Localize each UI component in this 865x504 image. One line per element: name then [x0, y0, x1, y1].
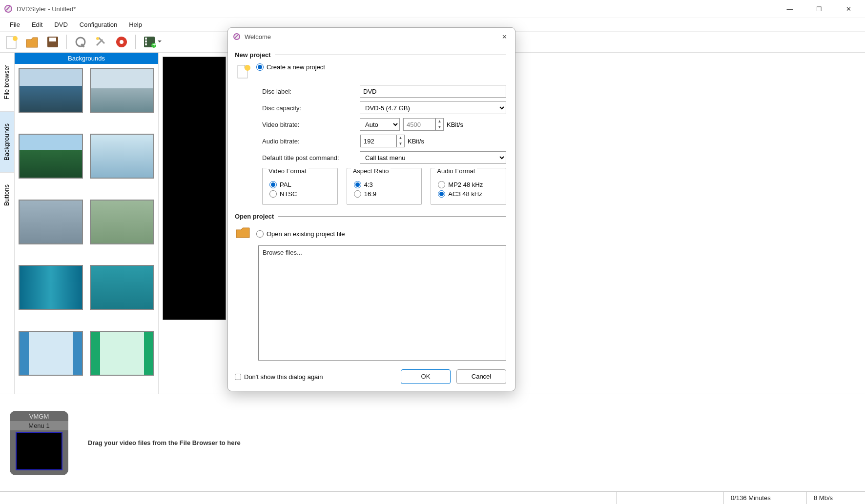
video-bitrate-spinner[interactable]: ▲▼	[403, 118, 444, 131]
minimize-button[interactable]: —	[781, 5, 799, 13]
spin-up-icon[interactable]: ▲	[436, 119, 443, 124]
create-project-label: Create a new project	[267, 63, 325, 71]
status-bitrate: 8 Mb/s	[806, 492, 865, 504]
pal-radio[interactable]: PAL	[269, 181, 330, 188]
aspect-169-radio[interactable]: 16:9	[354, 190, 415, 198]
svg-point-18	[245, 65, 250, 71]
spin-down-icon[interactable]: ▼	[436, 124, 443, 130]
audio-format-group: Audio Format MP2 48 kHz AC3 48 kHz	[431, 168, 506, 205]
menu-configuration[interactable]: Configuration	[74, 19, 123, 30]
menu-help[interactable]: Help	[123, 19, 148, 30]
new-project-button[interactable]	[3, 33, 21, 51]
timeline: VMGM Menu 1 Drag your video files from t…	[0, 394, 865, 491]
aspect-ratio-group: Aspect Ratio 4:3 16:9	[347, 168, 422, 205]
save-button[interactable]	[44, 33, 62, 51]
side-tabs: File browser Backgrounds Buttons	[0, 53, 15, 394]
background-thumb[interactable]	[90, 331, 154, 376]
background-thumb[interactable]	[90, 68, 154, 113]
background-thumb[interactable]	[90, 265, 154, 310]
disc-label-input[interactable]	[360, 85, 506, 98]
window-title: DVDStyler - Untitled*	[17, 5, 76, 13]
vmgm-label: VMGM	[14, 413, 64, 420]
svg-text:+: +	[152, 41, 156, 48]
dialog-icon	[233, 33, 241, 40]
tab-buttons[interactable]: Buttons	[0, 172, 14, 218]
menu-canvas[interactable]	[163, 57, 226, 320]
ntsc-radio[interactable]: NTSC	[269, 190, 330, 198]
mp2-radio[interactable]: MP2 48 kHz	[438, 181, 499, 188]
svg-point-9	[120, 40, 124, 44]
kbit-unit: KBit/s	[447, 121, 463, 128]
add-title-button[interactable]: +	[141, 33, 163, 51]
ac3-radio[interactable]: AC3 48 kHz	[438, 190, 499, 198]
browse-files-list[interactable]: Browse files...	[258, 245, 506, 361]
menu-thumb[interactable]	[16, 432, 62, 470]
post-command-select[interactable]: Call last menu	[360, 151, 506, 164]
tab-label: Backgrounds	[3, 123, 10, 161]
titlebar: DVDStyler - Untitled* — ☐ ✕	[0, 0, 865, 18]
post-command-lab: Default title post command:	[262, 154, 360, 161]
maximize-button[interactable]: ☐	[810, 5, 828, 13]
background-thumb[interactable]	[19, 134, 83, 179]
menu-file[interactable]: File	[4, 19, 26, 30]
audio-bitrate-spinner[interactable]: ▲▼	[360, 135, 405, 147]
new-document-icon	[235, 63, 252, 81]
toolbar-separator	[66, 35, 67, 49]
toolbar-separator	[135, 35, 136, 49]
cancel-button[interactable]: Cancel	[456, 369, 506, 384]
spin-down-icon[interactable]: ▼	[397, 141, 404, 147]
create-project-radio[interactable]: Create a new project	[256, 63, 325, 71]
audio-bitrate-lab: Audio bitrate:	[262, 138, 360, 145]
video-bitrate-input[interactable]	[403, 118, 435, 131]
burn-button[interactable]	[113, 33, 130, 51]
background-thumb[interactable]	[90, 200, 154, 244]
audio-bitrate-input[interactable]	[360, 135, 396, 147]
background-thumb[interactable]	[90, 134, 154, 179]
disc-label-lab: Disc label:	[262, 88, 360, 95]
panel-header: Backgrounds	[15, 53, 158, 64]
menu-dvd[interactable]: DVD	[48, 19, 73, 30]
tab-file-browser[interactable]: File browser	[0, 53, 14, 111]
svg-rect-11	[145, 38, 147, 40]
kbit-unit: KBit/s	[408, 138, 424, 145]
dont-show-checkbox[interactable]: Don't show this dialog again	[235, 373, 323, 381]
backgrounds-panel: Backgrounds	[15, 53, 159, 394]
dont-show-label: Don't show this dialog again	[244, 373, 323, 381]
app-icon	[4, 4, 13, 13]
tools-button[interactable]	[92, 33, 110, 51]
close-button[interactable]: ✕	[840, 5, 857, 13]
open-project-button[interactable]	[23, 33, 41, 51]
video-format-legend: Video Format	[267, 167, 309, 175]
dialog-close-button[interactable]: ✕	[498, 33, 510, 40]
aspect-43-radio[interactable]: 4:3	[354, 181, 415, 188]
svg-point-2	[13, 36, 18, 41]
status-minutes: 0/136 Minutes	[723, 492, 806, 504]
open-project-radio[interactable]: Open an existing project file	[256, 230, 345, 238]
status-blank	[616, 492, 723, 504]
background-thumb[interactable]	[19, 200, 83, 244]
svg-rect-13	[145, 43, 147, 45]
dialog-title: Welcome	[245, 33, 271, 40]
settings-button[interactable]	[72, 33, 89, 51]
svg-rect-12	[145, 40, 147, 42]
video-bitrate-mode-select[interactable]: Auto	[360, 118, 400, 131]
menu-edit[interactable]: Edit	[26, 19, 48, 30]
spin-up-icon[interactable]: ▲	[397, 135, 404, 141]
ok-button[interactable]: OK	[401, 369, 451, 384]
background-thumb[interactable]	[19, 265, 83, 310]
background-thumb[interactable]	[19, 331, 83, 376]
background-thumb[interactable]	[19, 68, 83, 113]
aspect-legend: Aspect Ratio	[351, 167, 391, 175]
folder-icon	[235, 225, 252, 242]
tab-label: Buttons	[3, 184, 10, 206]
tab-backgrounds[interactable]: Backgrounds	[0, 111, 14, 172]
video-bitrate-lab: Video bitrate:	[262, 121, 360, 128]
svg-point-7	[96, 37, 99, 40]
vmgm-block[interactable]: VMGM Menu 1	[10, 411, 68, 475]
backgrounds-grid	[15, 64, 158, 394]
open-project-label: Open an existing project file	[267, 230, 345, 238]
svg-rect-4	[49, 38, 56, 41]
disc-capacity-select[interactable]: DVD-5 (4.7 GB)	[360, 101, 506, 114]
svg-point-0	[5, 5, 12, 12]
tab-label: File browser	[3, 65, 10, 100]
